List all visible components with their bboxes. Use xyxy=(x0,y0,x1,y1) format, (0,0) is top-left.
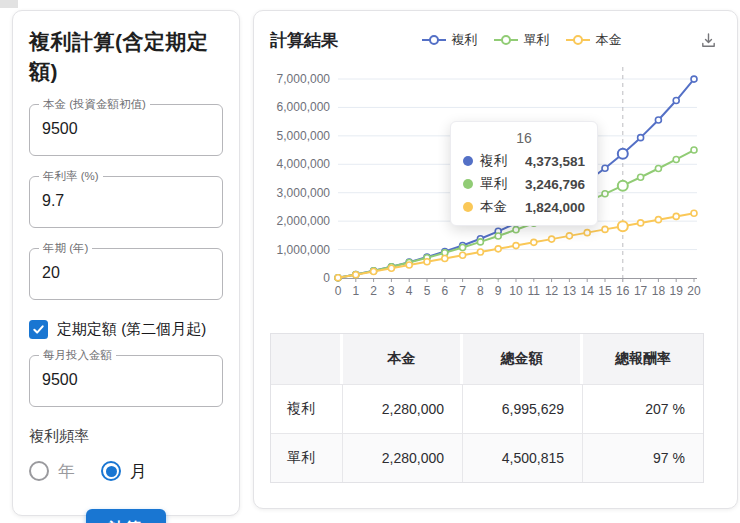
legend-label: 本金 xyxy=(596,31,622,49)
x-axis-label: 9 xyxy=(495,284,502,298)
table-value-cell: 97 % xyxy=(583,433,703,482)
series-point xyxy=(655,166,661,172)
form-title: 複利計算(含定期定額) xyxy=(29,27,223,88)
table-header-cell xyxy=(271,334,343,384)
series-point xyxy=(531,211,537,217)
series-point xyxy=(388,265,394,271)
series-point xyxy=(442,256,448,262)
download-icon xyxy=(698,30,719,51)
row-label-cell: 單利 xyxy=(271,433,343,482)
radio-selected-icon[interactable] xyxy=(101,461,121,481)
monthly-amount-input-label: 每月投入金額 xyxy=(39,348,116,363)
table-value-cell: 2,280,000 xyxy=(343,384,463,433)
download-button[interactable] xyxy=(696,28,721,53)
x-axis-label: 13 xyxy=(563,284,577,298)
series-point xyxy=(549,236,555,242)
annual-rate-input[interactable]: 年利率 (%)9.7 xyxy=(29,176,223,228)
series-point xyxy=(673,156,679,162)
years-input[interactable]: 年期 (年)20 xyxy=(29,248,223,300)
series-point xyxy=(566,233,572,239)
series-point xyxy=(513,243,519,249)
series-point xyxy=(584,178,590,184)
x-axis-label: 19 xyxy=(670,284,684,298)
radio-unselected-icon[interactable] xyxy=(29,461,49,481)
series-point xyxy=(549,201,555,207)
series-point xyxy=(406,262,412,268)
series-point xyxy=(477,249,483,255)
results-table-wrap: 本金總金額總報酬率 複利2,280,0006,995,629207 %單利2,2… xyxy=(270,333,704,483)
x-axis-label: 17 xyxy=(634,284,648,298)
x-axis-label: 18 xyxy=(652,284,666,298)
page: 複利計算(含定期定額) 本金 (投資金額初值)9500年利率 (%)9.7年期 … xyxy=(0,0,740,523)
series-point xyxy=(638,220,644,226)
table-header-cell: 本金 xyxy=(343,334,463,384)
series-point xyxy=(602,165,608,171)
legend-marker-icon xyxy=(565,35,591,45)
x-axis-label: 10 xyxy=(509,284,523,298)
series-point xyxy=(549,213,555,219)
x-axis-label: 11 xyxy=(528,284,541,298)
frequency-option-label: 月 xyxy=(130,460,147,483)
dca-checkbox-label: 定期定額 (第二個月起) xyxy=(57,320,206,339)
monthly-field-slot: 每月投入金額9500 xyxy=(29,355,223,407)
series-point xyxy=(495,233,501,239)
series-point xyxy=(691,147,697,153)
legend-marker-icon xyxy=(421,35,447,45)
series-point xyxy=(638,174,644,180)
calculator-form-card: 複利計算(含定期定額) 本金 (投資金額初值)9500年利率 (%)9.7年期 … xyxy=(12,10,240,516)
series-line-單利 xyxy=(338,150,694,278)
dca-checkbox-row[interactable]: 定期定額 (第二個月起) xyxy=(29,320,223,339)
y-axis-label: 6,000,000 xyxy=(277,100,331,114)
series-point xyxy=(655,117,661,123)
frequency-radio-年[interactable]: 年 xyxy=(29,460,75,483)
series-point xyxy=(531,239,537,245)
x-axis-label: 14 xyxy=(581,284,595,298)
results-card: 計算結果 複利單利本金 01,000,0002,000,0003,000,000… xyxy=(253,10,738,509)
checkbox-checked-icon[interactable] xyxy=(29,320,48,339)
x-axis-label: 6 xyxy=(441,284,448,298)
chart-area[interactable]: 01,000,0002,000,0003,000,0004,000,0005,0… xyxy=(270,59,723,303)
x-axis-label: 0 xyxy=(335,284,342,298)
y-axis-label: 0 xyxy=(323,271,330,285)
series-point xyxy=(513,220,519,226)
x-axis-label: 3 xyxy=(388,284,395,298)
series-point xyxy=(495,246,501,252)
series-point xyxy=(424,259,430,265)
series-point xyxy=(460,245,466,251)
frequency-radio-月[interactable]: 月 xyxy=(101,460,147,483)
legend-item-單利[interactable]: 單利 xyxy=(493,31,550,49)
series-point-highlight-複利 xyxy=(618,149,628,159)
x-axis-label: 1 xyxy=(352,284,359,298)
y-axis-label: 1,000,000 xyxy=(277,243,331,257)
table-value-cell: 6,995,629 xyxy=(463,384,583,433)
results-header: 計算結果 複利單利本金 xyxy=(270,27,721,53)
frequency-option-label: 年 xyxy=(58,460,75,483)
x-axis-label: 7 xyxy=(459,284,466,298)
series-point xyxy=(460,252,466,258)
y-axis-label: 5,000,000 xyxy=(277,129,331,143)
legend-label: 複利 xyxy=(452,31,478,49)
series-point xyxy=(353,272,359,278)
series-point-highlight-本金 xyxy=(618,221,628,231)
legend-item-複利[interactable]: 複利 xyxy=(421,31,478,49)
legend-label: 單利 xyxy=(524,31,550,49)
series-point xyxy=(691,210,697,216)
series-point xyxy=(673,213,679,219)
principal-input[interactable]: 本金 (投資金額初值)9500 xyxy=(29,104,223,156)
x-axis-label: 2 xyxy=(370,284,377,298)
page-corner-fragment xyxy=(0,0,18,8)
results-table: 本金總金額總報酬率 複利2,280,0006,995,629207 %單利2,2… xyxy=(271,334,703,482)
table-row: 複利2,280,0006,995,629207 % xyxy=(271,384,703,433)
series-point xyxy=(584,230,590,236)
legend-item-本金[interactable]: 本金 xyxy=(565,31,622,49)
form-fields: 本金 (投資金額初值)9500年利率 (%)9.7年期 (年)20 xyxy=(29,104,223,300)
series-point xyxy=(477,239,483,245)
principal-input-label: 本金 (投資金額初值) xyxy=(39,97,150,112)
line-chart[interactable]: 01,000,0002,000,0003,000,0004,000,0005,0… xyxy=(270,59,723,303)
series-point xyxy=(638,135,644,141)
row-label-cell: 複利 xyxy=(271,384,343,433)
monthly-amount-input[interactable]: 每月投入金額9500 xyxy=(29,355,223,407)
calculate-button[interactable]: 計算 xyxy=(86,509,166,523)
frequency-radio-group: 年月 xyxy=(29,460,223,483)
table-value-cell: 4,500,815 xyxy=(463,433,583,482)
